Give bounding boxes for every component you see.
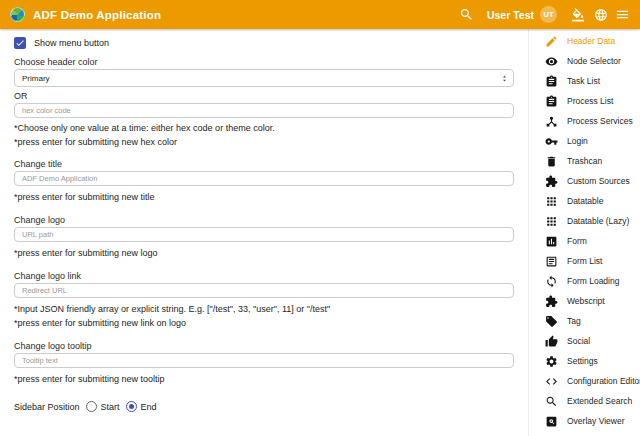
sidebar-item-label: Process Services xyxy=(567,116,633,126)
checkbox-label: Show menu button xyxy=(34,38,109,48)
radio-start[interactable] xyxy=(86,401,97,412)
or-label: OR xyxy=(14,92,514,101)
sidebar-item-process-services[interactable]: Process Services xyxy=(529,111,640,131)
trash-icon xyxy=(545,155,558,168)
header-color-label: Choose header color xyxy=(14,58,514,67)
sidebar-item-label: Extended Search xyxy=(567,396,632,406)
tag-icon xyxy=(545,315,558,328)
sidebar-item-label: Trashcan xyxy=(567,156,602,166)
header-color-select[interactable]: Primary xyxy=(14,69,514,87)
title-note: *press enter for submitting new title xyxy=(14,193,514,202)
selected-option: Primary xyxy=(22,74,50,83)
sidebar-item-social[interactable]: Social xyxy=(529,331,640,351)
hex-note-2: *press enter for submitting new hex colo… xyxy=(14,138,514,147)
sidebar-item-label: Settings xyxy=(567,356,598,366)
sidebar-item-datatable[interactable]: Datatable xyxy=(529,191,640,211)
sidebar-item-tag[interactable]: Tag xyxy=(529,311,640,331)
sidebar-item-label: Configuration Editor xyxy=(567,376,640,386)
right-sidebar-menu: Header DataNode SelectorTask ListProcess… xyxy=(528,29,640,436)
hamburger-menu-icon[interactable] xyxy=(615,7,630,22)
assignment-icon xyxy=(545,75,558,88)
app-header: ADF Demo Application User Test UT xyxy=(0,0,640,29)
user-name[interactable]: User Test xyxy=(487,9,534,21)
sidebar-item-label: Overlay Viewer xyxy=(567,416,624,426)
logo-link-input[interactable] xyxy=(14,283,514,298)
sidebar-position-options: StartEnd xyxy=(80,401,157,412)
sidebar-item-label: Header Data xyxy=(567,36,615,46)
sidebar-item-form-list[interactable]: Form List xyxy=(529,251,640,271)
sidebar-item-label: Form Loading xyxy=(567,276,619,286)
sidebar-item-settings[interactable]: Settings xyxy=(529,351,640,371)
sidebar-item-header-data[interactable]: Header Data xyxy=(529,31,640,51)
device-hub-icon xyxy=(545,115,558,128)
sidebar-item-trashcan[interactable]: Trashcan xyxy=(529,151,640,171)
sidebar-item-label: Social xyxy=(567,336,590,346)
sidebar-item-node-selector[interactable]: Node Selector xyxy=(529,51,640,71)
grid-icon xyxy=(545,195,558,208)
sidebar-item-label: Form xyxy=(567,236,587,246)
sidebar-item-extended-search[interactable]: Extended Search xyxy=(529,391,640,411)
sidebar-item-login[interactable]: Login xyxy=(529,131,640,151)
sidebar-item-label: Task List xyxy=(567,76,600,86)
show-menu-button-toggle[interactable]: Show menu button xyxy=(14,36,514,50)
change-logo-label: Change logo xyxy=(14,216,514,225)
logo-tooltip-input[interactable] xyxy=(14,353,514,368)
gear-icon xyxy=(545,355,558,368)
sidebar-item-overlay-viewer[interactable]: Overlay Viewer xyxy=(529,411,640,431)
tooltip-note: *press enter for submitting new tooltip xyxy=(14,375,514,384)
header-data-settings-panel: Show menu button Choose header color Pri… xyxy=(0,29,528,436)
edit-icon xyxy=(545,35,558,48)
adf-demo-app: ADF Demo Application User Test UT Show m… xyxy=(0,0,640,436)
globe-icon[interactable] xyxy=(594,8,608,22)
radio-label: End xyxy=(141,402,157,412)
grid-icon xyxy=(545,215,558,228)
sidebar-item-configuration-editor[interactable]: Configuration Editor xyxy=(529,371,640,391)
eye-icon xyxy=(545,55,558,68)
loop-icon xyxy=(545,275,558,288)
logo-url-input[interactable] xyxy=(14,227,514,242)
avatar[interactable]: UT xyxy=(540,6,557,23)
pageview-icon xyxy=(545,415,558,428)
code-icon xyxy=(545,375,558,388)
sidebar-item-form[interactable]: Form xyxy=(529,231,640,251)
sidebar-item-label: Process List xyxy=(567,96,613,106)
radio-dot xyxy=(129,404,134,409)
search-icon[interactable] xyxy=(459,7,474,22)
sidebar-item-form-loading[interactable]: Form Loading xyxy=(529,271,640,291)
key-icon xyxy=(545,135,558,148)
color-fill-icon[interactable] xyxy=(571,8,585,22)
sidebar-item-label: Form List xyxy=(567,256,602,266)
sidebar-position-label: Sidebar Position xyxy=(14,402,80,412)
sidebar-item-label: Datatable xyxy=(567,196,603,206)
sidebar-item-webscript[interactable]: Webscript xyxy=(529,291,640,311)
sidebar-item-label: Tag xyxy=(567,316,581,326)
sidebar-item-task-list[interactable]: Task List xyxy=(529,71,640,91)
radio-end[interactable] xyxy=(126,401,137,412)
radio-label: Start xyxy=(101,402,120,412)
change-logo-tooltip-label: Change logo tooltip xyxy=(14,342,514,351)
sidebar-item-label: Custom Sources xyxy=(567,176,630,186)
hex-note-1: *Choose only one value at a time: either… xyxy=(14,124,514,133)
title-input[interactable] xyxy=(14,171,514,186)
logo-link-note-1: *Input JSON friendly array or explicit s… xyxy=(14,305,514,314)
sidebar-item-datatable-lazy[interactable]: Datatable (Lazy) xyxy=(529,211,640,231)
sidebar-item-label: Webscript xyxy=(567,296,605,306)
app-title: ADF Demo Application xyxy=(33,9,161,21)
logo-link-note-2: *press enter for submitting new link on … xyxy=(14,319,514,328)
hex-color-input[interactable] xyxy=(14,103,514,118)
poll-icon xyxy=(545,235,558,248)
thumb-up-icon xyxy=(545,335,558,348)
sidebar-item-process-list[interactable]: Process List xyxy=(529,91,640,111)
puzzle-icon xyxy=(545,295,558,308)
sidebar-item-label: Login xyxy=(567,136,588,146)
list-alt-icon xyxy=(545,255,558,268)
checkbox-check-icon[interactable] xyxy=(14,37,26,49)
sidebar-item-custom-sources[interactable]: Custom Sources xyxy=(529,171,640,191)
select-arrows-icon xyxy=(500,74,509,83)
sidebar-item-label: Datatable (Lazy) xyxy=(567,216,629,226)
change-logo-link-label: Change logo link xyxy=(14,272,514,281)
logo-note: *press enter for submitting new logo xyxy=(14,249,514,258)
sidebar-item-label: Node Selector xyxy=(567,56,621,66)
sidebar-position-group: Sidebar Position StartEnd xyxy=(14,401,514,412)
adf-logo-icon[interactable] xyxy=(10,7,25,22)
